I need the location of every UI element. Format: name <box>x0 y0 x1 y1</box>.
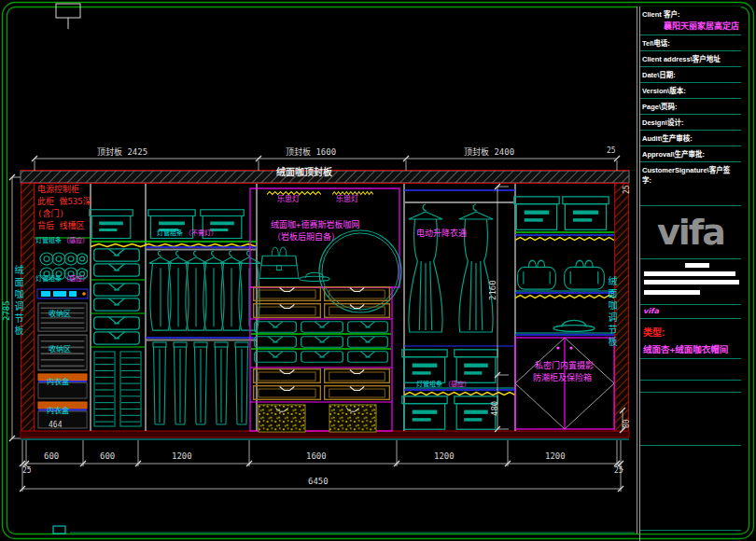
led-strip-icon <box>515 296 614 298</box>
drawer-icon <box>325 287 390 301</box>
title-block-row: Tel\电话: <box>640 35 741 51</box>
hanging-pants-icon <box>174 342 187 424</box>
dimension-lines <box>12 159 623 492</box>
drawer-icon <box>325 386 390 400</box>
folded-shirt-icon <box>301 352 343 362</box>
folded-shirt-icon <box>94 264 140 276</box>
field-label: Approval\生产审批: <box>642 150 705 159</box>
type-label: 类型: <box>643 327 665 338</box>
underwear-drawer-icon <box>38 402 87 428</box>
title-block: Client 客户:襄阳天丽家居高定店Tel\电话:Client address… <box>637 7 741 534</box>
drawing-type: 类型: 绒面杏+绒面咖衣帽间 <box>640 319 741 359</box>
folded-pants-stack-icon <box>120 352 141 426</box>
hanging-pants-icon <box>153 342 166 424</box>
display-niche-frame <box>250 188 399 287</box>
field-label: Client address\客户地址 <box>642 55 721 63</box>
vifa-logo: vifa <box>640 206 741 259</box>
redacted-text-bar <box>685 263 709 268</box>
title-block-row: Version\版本: <box>640 83 741 99</box>
top-seal-panel <box>21 171 629 183</box>
drawer-icon <box>254 369 321 383</box>
empty-row <box>640 446 741 531</box>
hanging-dress-icon <box>459 204 493 332</box>
redacted-text-bar <box>644 280 739 284</box>
drawer-icon <box>325 304 390 318</box>
empty-row <box>640 393 741 446</box>
folded-shirt-icon <box>348 352 388 362</box>
field-value: 襄阳天丽家居高定店 <box>642 20 739 32</box>
bottom-kick-panel <box>21 431 629 437</box>
storage-box-icon <box>148 210 195 239</box>
folded-shirt-icon <box>348 337 388 347</box>
title-block-row: Client 客户:襄阳天丽家居高定店 <box>640 7 741 35</box>
field-label: Date\日期: <box>642 71 676 79</box>
title-block-row: Approval\生产审批: <box>640 146 741 162</box>
led-strip-icon <box>91 244 257 247</box>
sheet-misc-marks <box>29 4 635 534</box>
folded-shirt-icon <box>94 317 140 329</box>
hanging-pants-icon <box>194 342 207 424</box>
bedding-rolls-icon <box>40 268 88 280</box>
title-block-row: Client address\客户地址 <box>640 51 741 67</box>
storage-box-icon <box>514 197 559 229</box>
folded-shirt-icon <box>255 352 297 362</box>
hanging-dress-icon <box>409 204 442 332</box>
folded-pants-stack-icon <box>94 352 115 426</box>
led-strip-icon <box>404 393 515 395</box>
field-label: Page\页码: <box>642 103 678 111</box>
storage-box-icon <box>402 350 447 382</box>
storage-bin-icon <box>38 335 87 370</box>
field-label: Tel\电话: <box>642 39 670 48</box>
storage-box-icon <box>563 197 609 229</box>
folded-shirt-icon <box>94 332 140 344</box>
title-block-rows: Client 客户:襄阳天丽家居高定店Tel\电话:Client address… <box>640 7 741 206</box>
empty-row <box>640 531 741 541</box>
title-block-row: Audit\生产审核: <box>640 131 741 146</box>
folded-shirt-icon <box>94 298 140 311</box>
woven-basket-icon <box>329 405 376 432</box>
redacted-text-bar <box>644 271 735 276</box>
storage-bin-icon <box>38 303 87 331</box>
folded-shirt-icon <box>255 322 297 332</box>
title-block-row: Date\日期: <box>640 67 741 83</box>
field-label: Audit\生产审核: <box>642 134 693 143</box>
left-side-panel <box>21 184 35 431</box>
hat-icon <box>300 272 330 281</box>
right-side-panel <box>614 184 629 431</box>
field-label: CustomerSignature\客户签字: <box>642 166 730 185</box>
underwear-drawer-icon <box>38 374 87 398</box>
led-strip-icon <box>267 192 321 195</box>
field-label: Client 客户: <box>642 10 679 19</box>
type-value: 绒面杏+绒面咖衣帽间 <box>643 342 738 355</box>
folded-shirt-icon <box>255 337 297 347</box>
empty-row <box>640 381 741 393</box>
storage-box-icon <box>402 396 447 429</box>
storage-box-icon <box>90 210 133 239</box>
drawer-icon <box>254 386 321 400</box>
empty-row <box>640 359 741 381</box>
section-display-drawers <box>250 188 401 432</box>
cad-sheet: 绒面咖顶封板顶封板 2425顶封板 1600顶封板 240025电源控制柜此柜 … <box>0 0 756 541</box>
woven-basket-icon <box>259 405 305 432</box>
handbag-icon <box>259 247 299 278</box>
section-long-hanging <box>402 190 515 429</box>
hanging-pants-icon <box>235 342 248 424</box>
title-block-row: CustomerSignature\客户签字: <box>640 162 741 206</box>
led-strip-icon <box>515 238 614 241</box>
storage-box-icon <box>455 350 497 382</box>
vifa-small-logo: vifa <box>640 305 741 319</box>
address-block <box>640 259 741 305</box>
section-hanging-left <box>90 210 260 426</box>
folded-shirt-icon <box>94 249 140 261</box>
hat-icon <box>553 320 595 331</box>
section-private-door <box>514 197 614 429</box>
drawer-icon <box>254 304 321 318</box>
field-label: Design\设计: <box>642 118 684 127</box>
field-label: Version\版本: <box>642 87 686 95</box>
drawer-icon <box>325 369 390 383</box>
storage-box-icon <box>201 210 244 239</box>
section-power-cabinet <box>35 238 91 428</box>
redacted-text-bar <box>644 290 700 295</box>
folded-shirt-icon <box>348 322 388 332</box>
bedding-rolls-icon <box>40 253 88 265</box>
